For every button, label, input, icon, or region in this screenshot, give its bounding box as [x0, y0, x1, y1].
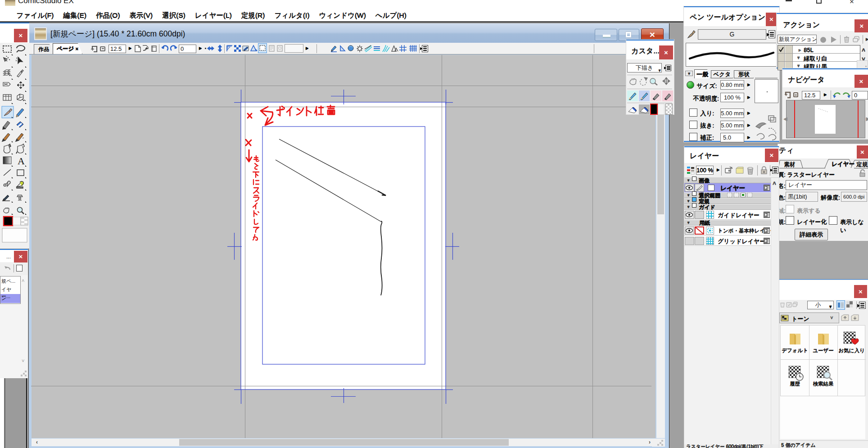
svg-text:A: A	[18, 155, 25, 167]
